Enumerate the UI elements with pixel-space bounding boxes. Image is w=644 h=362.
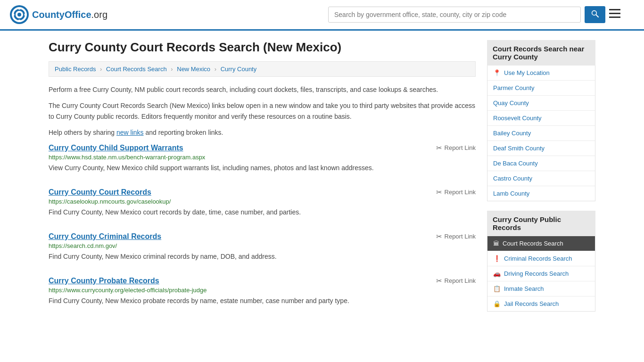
location-icon: 📍 bbox=[493, 69, 501, 76]
sidebar-public-records-section: Curry County Public Records 🏛 Court Reco… bbox=[487, 211, 595, 312]
records-list: Curry County Child Support Warrants ✂ Re… bbox=[49, 144, 476, 310]
record-title[interactable]: Curry County Criminal Records bbox=[49, 232, 161, 241]
logo-icon bbox=[9, 5, 29, 25]
search-icon bbox=[591, 10, 599, 17]
record-url[interactable]: https://search.cd.nm.gov/ bbox=[49, 242, 476, 249]
svg-rect-13 bbox=[609, 16, 620, 18]
description-1: Perform a free Curry County, NM public c… bbox=[49, 84, 476, 95]
svg-point-5 bbox=[18, 8, 21, 10]
main-layout: Curry County Court Records Search (New M… bbox=[39, 31, 605, 330]
record-title[interactable]: Curry County Court Records bbox=[49, 188, 151, 197]
record-entry: Curry County Criminal Records ✂ Report L… bbox=[49, 232, 476, 265]
svg-rect-11 bbox=[609, 9, 620, 10]
record-desc: Find Curry County, New Mexico criminal r… bbox=[49, 252, 476, 262]
breadcrumb-new-mexico[interactable]: New Mexico bbox=[177, 66, 210, 73]
new-links-link[interactable]: new links bbox=[116, 129, 144, 136]
record-entry: Curry County Probate Records ✂ Report Li… bbox=[49, 277, 476, 310]
sidebar-item-deaf-smith[interactable]: Deaf Smith County bbox=[487, 141, 595, 156]
report-icon: ✂ bbox=[436, 144, 442, 152]
report-link[interactable]: ✂ Report Link bbox=[436, 277, 476, 285]
sidebar-nearby-section: Court Records Search near Curry County 📍… bbox=[487, 40, 595, 201]
record-title[interactable]: Curry County Probate Records bbox=[49, 277, 159, 285]
page-title: Curry County Court Records Search (New M… bbox=[49, 40, 476, 55]
logo-text[interactable]: CountyOffice.org bbox=[32, 9, 107, 20]
sidebar-item-de-baca[interactable]: De Baca County bbox=[487, 156, 595, 171]
driving-icon: 🚗 bbox=[493, 270, 501, 277]
sidebar-item-use-location[interactable]: 📍 Use My Location bbox=[487, 66, 595, 81]
record-entry: Curry County Child Support Warrants ✂ Re… bbox=[49, 144, 476, 177]
record-url[interactable]: https://www.currycounty.org/elected-offi… bbox=[49, 287, 476, 294]
sidebar: Court Records Search near Curry County 📍… bbox=[487, 40, 595, 321]
report-icon: ✂ bbox=[436, 188, 442, 197]
hamburger-icon bbox=[609, 9, 620, 18]
svg-point-8 bbox=[25, 14, 27, 16]
description-2: The Curry County Court Records Search (N… bbox=[49, 100, 476, 122]
sidebar-item-castro[interactable]: Castro County bbox=[487, 171, 595, 186]
breadcrumb-public-records[interactable]: Public Records bbox=[55, 66, 96, 73]
report-link[interactable]: ✂ Report Link bbox=[436, 144, 476, 152]
sidebar-item-driving-records[interactable]: 🚗 Driving Records Search bbox=[487, 266, 595, 281]
svg-point-4 bbox=[17, 13, 21, 16]
sidebar-item-inmate-search[interactable]: 📋 Inmate Search bbox=[487, 281, 595, 296]
sidebar-nearby-header: Court Records Search near Curry County bbox=[487, 40, 595, 66]
court-icon: 🏛 bbox=[493, 240, 499, 247]
svg-point-6 bbox=[18, 20, 21, 22]
record-url[interactable]: https://www.hsd.state.nm.us/bench-warran… bbox=[49, 154, 476, 161]
breadcrumb-curry-county[interactable]: Curry County bbox=[221, 66, 257, 73]
record-desc: Find Curry County, New Mexico probate re… bbox=[49, 296, 476, 306]
sidebar-item-court-records-search[interactable]: 🏛 Court Records Search bbox=[487, 236, 595, 251]
search-button[interactable] bbox=[585, 6, 605, 23]
sidebar-item-lamb[interactable]: Lamb County bbox=[487, 186, 595, 201]
menu-button[interactable] bbox=[609, 9, 620, 20]
record-entry: Curry County Court Records ✂ Report Link… bbox=[49, 188, 476, 221]
report-icon: ✂ bbox=[436, 277, 442, 285]
breadcrumb: Public Records › Court Records Search › … bbox=[49, 61, 476, 77]
inmate-icon: 📋 bbox=[493, 285, 501, 292]
sidebar-item-roosevelt[interactable]: Roosevelt County bbox=[487, 111, 595, 126]
sidebar-public-records-list: 🏛 Court Records Search ❗ Criminal Record… bbox=[487, 236, 595, 312]
jail-icon: 🔒 bbox=[493, 300, 501, 307]
header: CountyOffice.org bbox=[0, 0, 644, 31]
record-title[interactable]: Curry County Child Support Warrants bbox=[49, 144, 183, 152]
record-desc: View Curry County, New Mexico child supp… bbox=[49, 163, 476, 173]
report-link[interactable]: ✂ Report Link bbox=[436, 232, 476, 241]
sidebar-public-records-header: Curry County Public Records bbox=[487, 211, 595, 236]
report-link[interactable]: ✂ Report Link bbox=[436, 188, 476, 197]
report-icon: ✂ bbox=[436, 232, 442, 241]
svg-rect-12 bbox=[609, 13, 620, 14]
breadcrumb-court-records-search[interactable]: Court Records Search bbox=[106, 66, 167, 73]
content-area: Curry County Court Records Search (New M… bbox=[49, 40, 476, 321]
sidebar-nearby-list: 📍 Use My Location Parmer County Quay Cou… bbox=[487, 66, 595, 201]
record-url[interactable]: https://caselookup.nmcourts.gov/caselook… bbox=[49, 198, 476, 205]
description-3: Help others by sharing new links and rep… bbox=[49, 127, 476, 138]
sidebar-item-quay[interactable]: Quay County bbox=[487, 96, 595, 111]
sidebar-item-bailey[interactable]: Bailey County bbox=[487, 126, 595, 141]
sidebar-item-jail-records[interactable]: 🔒 Jail Records Search bbox=[487, 296, 595, 311]
svg-point-7 bbox=[12, 14, 15, 16]
criminal-icon: ❗ bbox=[493, 255, 501, 262]
sidebar-item-parmer[interactable]: Parmer County bbox=[487, 81, 595, 96]
search-area bbox=[328, 6, 620, 23]
svg-line-10 bbox=[596, 15, 598, 17]
record-desc: Find Curry County, New Mexico court reco… bbox=[49, 207, 476, 217]
search-input[interactable] bbox=[328, 7, 581, 23]
logo-area: CountyOffice.org bbox=[9, 5, 107, 25]
sidebar-item-criminal-records[interactable]: ❗ Criminal Records Search bbox=[487, 251, 595, 266]
